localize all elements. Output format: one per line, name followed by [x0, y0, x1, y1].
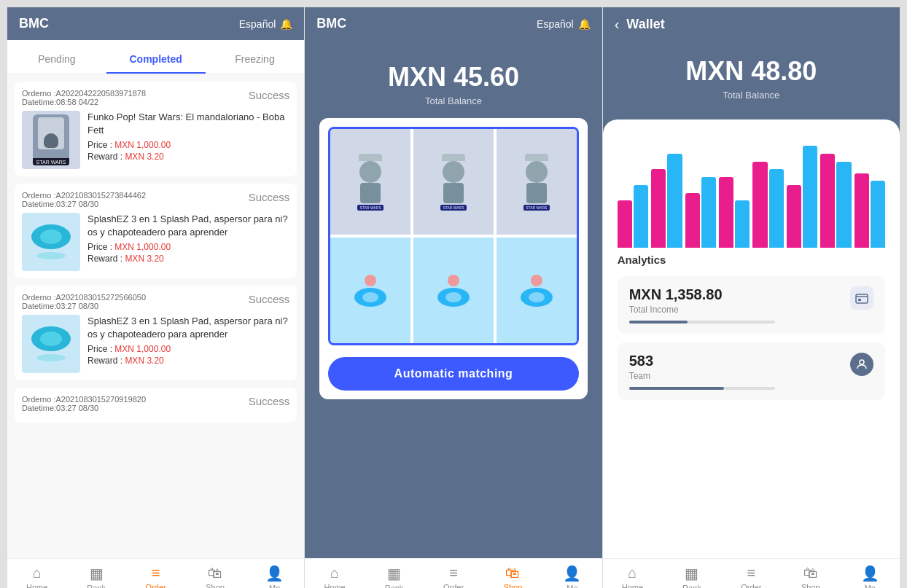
bar-blue: [836, 162, 851, 248]
metric-income-bar-container: [629, 321, 775, 324]
bar-blue: [769, 169, 784, 248]
wallet-title: Wallet: [626, 17, 664, 32]
funko-body: [360, 183, 381, 203]
order-price-row: Price : MXN 1,000.00: [87, 242, 289, 252]
order-details: Funko Pop! Star Wars: El mandaloriano - …: [87, 111, 289, 169]
funko-hat: [359, 154, 382, 161]
tab-freezing[interactable]: Freezing: [206, 46, 305, 74]
nav-shop-1[interactable]: 🛍 Shop: [185, 565, 244, 588]
order-reward-row: Reward : MXN 3.20: [87, 152, 289, 162]
order-price-row: Price : MXN 1,000.00: [87, 344, 289, 354]
order-price-row: Price : MXN 1,000.00: [87, 140, 289, 150]
svg-rect-2: [858, 299, 861, 301]
nav-order-2[interactable]: ≡ Order: [424, 565, 483, 588]
order-header: Orderno :A2021083015270919820 Datetime:0…: [22, 395, 289, 412]
back-button[interactable]: ‹: [615, 16, 620, 33]
bar-blue: [634, 185, 648, 248]
order-datetime: Datetime:03:27 08/30: [22, 302, 146, 310]
order-header: Orderno :A2022042220583971878 Datetime:0…: [22, 89, 289, 106]
order-item: Orderno :A2021083015273844462 Datetime:0…: [15, 184, 297, 278]
nav-order-1[interactable]: ≡ Order: [126, 565, 185, 588]
bar-pink: [685, 193, 700, 248]
order-number: Orderno :A2021083015270919820: [22, 395, 146, 404]
tab-completed[interactable]: Completed: [106, 46, 206, 74]
lang-label-2[interactable]: Español: [537, 18, 574, 30]
nav-shop-3[interactable]: 🛍 Shop: [781, 565, 840, 588]
splash-center: [362, 292, 378, 302]
order-name: SplashEZ 3 en 1 Splash Pad, aspersor par…: [87, 315, 289, 341]
chart-bar-group: [855, 173, 885, 248]
funko-inner: [38, 117, 64, 149]
bell-icon-2[interactable]: 🔔: [578, 18, 591, 30]
funko-hat: [442, 154, 465, 161]
nav-rank-3[interactable]: ▦ Rank: [662, 565, 721, 588]
chart-bar-group: [685, 177, 716, 248]
order-reward-row: Reward : MXN 3.20: [87, 254, 289, 264]
funko-3: STAR WARS: [523, 154, 550, 211]
price-label: Price :: [87, 242, 112, 252]
nav-shop-label-3: Shop: [801, 583, 820, 588]
baby-head: [448, 275, 459, 286]
order-meta: Orderno :A2021083015270919820 Datetime:0…: [22, 395, 146, 412]
auto-match-button[interactable]: Automatic matching: [328, 357, 578, 391]
splash-ring: [437, 288, 470, 307]
nav-rank-1[interactable]: ▦ Rank: [66, 565, 125, 588]
product-cell-funko-3: STAR WARS: [497, 129, 577, 235]
metric-card-income: MXN 1,358.80 Total Income: [618, 276, 885, 334]
funko-hat: [525, 154, 548, 161]
baby-head: [531, 275, 542, 286]
bar-pink: [820, 154, 835, 248]
order-datetime: Datetime:08:58 04/22: [22, 98, 146, 106]
splash-2: [437, 275, 470, 307]
nav-rank-label-1: Rank: [87, 584, 106, 588]
me-icon-1: 👤: [265, 565, 284, 582]
bell-icon-1[interactable]: 🔔: [280, 18, 292, 30]
rank-icon-3: ▦: [685, 565, 698, 582]
splash-visual: [22, 213, 80, 271]
nav-shop-2[interactable]: 🛍 Shop: [483, 565, 542, 588]
bar-pink: [855, 173, 869, 248]
order-item: Orderno :A2022042220583971878 Datetime:0…: [15, 82, 297, 176]
order-image-splash: [22, 315, 80, 373]
order-content: SplashEZ 3 en 1 Splash Pad, aspersor par…: [22, 315, 289, 373]
bar-blue: [871, 181, 885, 248]
metric-team-left: 583 Team: [629, 353, 775, 390]
funko-1: STAR WARS: [357, 154, 384, 211]
bar-blue: [701, 177, 716, 248]
screen-wallet: ‹ Wallet MXN 48.80 Total Balance Analyti…: [603, 7, 900, 588]
chart-bar-group: [820, 154, 851, 248]
product-cell-funko-1: STAR WARS: [330, 129, 410, 235]
tab-pending[interactable]: Pending: [7, 46, 106, 74]
nav-me-2[interactable]: 👤 Me: [542, 565, 602, 588]
product-cell-funko-2: STAR WARS: [413, 129, 494, 235]
order-header: Orderno :A2021083015273844462 Datetime:0…: [22, 191, 289, 208]
order-image-splash: [22, 213, 80, 271]
nav-home-1[interactable]: ⌂ Home: [7, 565, 66, 588]
order-name: SplashEZ 3 en 1 Splash Pad, aspersor par…: [87, 213, 289, 239]
bar-blue: [667, 154, 682, 248]
funko-head: [526, 161, 548, 183]
nav-home-2[interactable]: ⌂ Home: [305, 565, 364, 588]
bar-pink: [752, 162, 767, 248]
splash-3: [521, 275, 553, 307]
order-content: STAR WARS Funko Pop! Star Wars: El manda…: [22, 111, 289, 169]
nav-order-3[interactable]: ≡ Order: [722, 565, 781, 588]
funko-box: [33, 114, 69, 158]
nav-me-3[interactable]: 👤 Me: [841, 565, 900, 588]
nav-order-label-2: Order: [443, 583, 464, 588]
home-icon-1: ⌂: [33, 565, 42, 581]
price-value: MXN 1,000.00: [114, 344, 171, 354]
order-status: Success: [249, 191, 290, 208]
order-header: Orderno :A2021083015272566050 Datetime:0…: [22, 293, 289, 310]
nav-rank-2[interactable]: ▦ Rank: [365, 565, 424, 588]
chart-bar-group: [719, 177, 750, 248]
bottom-nav-3: ⌂ Home ▦ Rank ≡ Order 🛍 Shop 👤 Me: [603, 558, 900, 588]
product-cell-splash-1: [330, 238, 410, 343]
reward-label: Reward :: [87, 254, 122, 264]
nav-me-1[interactable]: 👤 Me: [245, 565, 304, 588]
funko-base: STAR WARS: [440, 205, 467, 211]
reward-label: Reward :: [87, 152, 122, 162]
order-name: Funko Pop! Star Wars: El mandaloriano - …: [87, 111, 289, 137]
lang-label-1[interactable]: Español: [239, 18, 276, 30]
nav-home-3[interactable]: ⌂ Home: [603, 565, 662, 588]
